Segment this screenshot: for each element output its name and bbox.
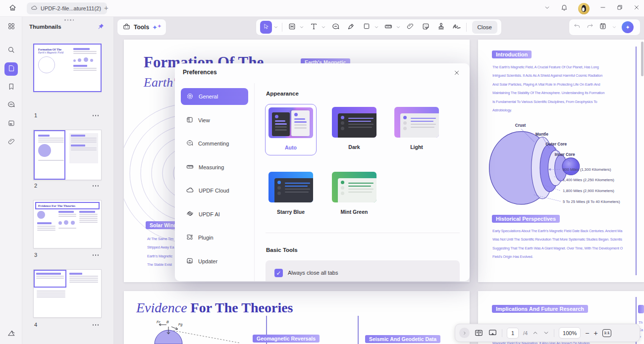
close-tools-button[interactable]: Close xyxy=(472,21,497,34)
attach-tool-button[interactable] xyxy=(404,21,416,34)
thumbnails-panel-button[interactable] xyxy=(4,62,18,76)
thumb1-subtitle: Earth's Magnetic Field xyxy=(38,51,70,54)
zoom-out-button[interactable]: − xyxy=(585,329,589,337)
thumb1-menu[interactable] xyxy=(93,115,99,116)
force-label-b: B xyxy=(166,320,169,324)
heading-tool-button[interactable] xyxy=(286,21,298,34)
search-button[interactable] xyxy=(4,44,18,57)
previous-page-button[interactable] xyxy=(532,330,538,336)
thumb3-page-number: 3 xyxy=(34,252,37,258)
measurement-crust: 5 To 25 Miles (8 To 40 Kilometers) xyxy=(563,199,620,204)
file-attachments-button[interactable] xyxy=(4,117,18,131)
magnetic-field-diagram xyxy=(124,94,178,257)
thumbnail-page-1[interactable]: Formation Of The Earth's Magnetic Field xyxy=(33,44,102,92)
app-grid-button[interactable] xyxy=(4,20,18,34)
measurement-outer-core: 1,400 Miles (2,250 Kilometers) xyxy=(563,178,614,182)
theme-option-dark[interactable]: Dark xyxy=(328,107,380,150)
home-button[interactable] xyxy=(6,2,19,14)
dialog-close-button[interactable] xyxy=(452,68,462,78)
page-thumbnails-icon xyxy=(7,64,15,74)
close-window-button[interactable] xyxy=(633,4,640,13)
measure-tool-chevron[interactable] xyxy=(396,23,401,32)
nav-item-plugin[interactable]: Plugin xyxy=(181,229,248,246)
search-icon xyxy=(7,46,15,56)
theme-label-auto: Auto xyxy=(266,145,316,150)
document-page-2[interactable]: Introduction The Earth's Magnetic Field,… xyxy=(478,40,644,282)
redo-button[interactable] xyxy=(586,22,594,32)
actual-size-button[interactable]: 1:1 xyxy=(602,329,612,337)
nav-item-commenting[interactable]: Commenting xyxy=(181,135,248,152)
theme-light-preview xyxy=(394,107,439,138)
comment-tool-button[interactable] xyxy=(329,21,341,34)
nav-item-measuring[interactable]: Measuring xyxy=(181,159,248,176)
thumb3-menu[interactable] xyxy=(93,254,99,256)
nav-item-updf-ai[interactable]: UPDF AI xyxy=(181,206,248,223)
theme-option-auto[interactable]: Auto xyxy=(265,104,317,155)
user-avatar[interactable] xyxy=(578,3,590,14)
page-flip-button[interactable] xyxy=(4,328,18,341)
theme-option-mint-green[interactable]: Mint Green xyxy=(328,172,380,215)
left-icon-rail xyxy=(0,17,22,344)
highlighter-tool-button[interactable] xyxy=(345,21,357,34)
solar-line: Stripped Away Ea xyxy=(147,243,174,251)
text-tool-button[interactable] xyxy=(308,21,320,34)
layout-view-icon xyxy=(186,116,194,125)
tools-tab[interactable]: Tools ✦✦ xyxy=(117,19,166,36)
thumbnail-page-2[interactable] xyxy=(33,130,102,180)
panel-drag-handle[interactable] xyxy=(64,19,74,21)
nav-item-general[interactable]: General xyxy=(181,88,248,105)
nav-label: View xyxy=(198,117,210,123)
thumb4-menu[interactable] xyxy=(93,324,99,326)
text-tool-chevron[interactable] xyxy=(321,23,326,32)
undo-button[interactable] xyxy=(573,22,581,32)
vertical-scrollbar[interactable] xyxy=(641,42,644,76)
minimize-button[interactable] xyxy=(599,4,606,13)
shape-tool-button[interactable] xyxy=(361,21,373,34)
zoom-in-button[interactable]: + xyxy=(593,329,597,337)
zoom-level-display[interactable]: 100% xyxy=(559,327,581,339)
save-options-chevron[interactable] xyxy=(612,23,617,32)
new-tab-button[interactable]: + xyxy=(104,4,108,11)
comments-button[interactable] xyxy=(4,99,18,112)
measure-tool-button[interactable] xyxy=(382,21,394,34)
updf-ai-button[interactable]: ✦ xyxy=(622,21,634,33)
nav-item-view[interactable]: View xyxy=(181,112,248,129)
thumbnail-page-3[interactable]: Evidence For The Theories xyxy=(33,200,102,248)
pin-icon[interactable] xyxy=(97,23,105,32)
signature-tool-button[interactable] xyxy=(450,21,462,34)
restore-window-button[interactable] xyxy=(616,4,623,13)
expand-toolbar-button[interactable] xyxy=(459,328,470,338)
comment-icon xyxy=(331,22,340,33)
theme-option-light[interactable]: Light xyxy=(391,107,442,150)
stamp-icon xyxy=(437,22,445,33)
stamp-tool-button[interactable] xyxy=(435,21,447,34)
theme-option-starry-blue[interactable]: Starry Blue xyxy=(265,172,317,215)
signature-icon xyxy=(452,21,462,33)
document-page-3[interactable]: Evidence For The Theories Fc B Fg Geomag… xyxy=(124,291,470,344)
bookmarks-button[interactable] xyxy=(4,81,18,94)
heading-tool-chevron[interactable] xyxy=(299,23,304,32)
thumb2-menu[interactable] xyxy=(93,185,99,187)
select-tool-button[interactable] xyxy=(260,21,272,34)
chevron-down-icon[interactable] xyxy=(544,4,550,13)
save-button[interactable] xyxy=(599,22,607,32)
attachments-button[interactable] xyxy=(4,136,18,149)
presentation-mode-button[interactable] xyxy=(488,328,497,338)
page-number-input[interactable] xyxy=(507,328,519,339)
notifications-bell-icon[interactable] xyxy=(560,3,568,13)
layer-label-crust: Crust xyxy=(515,123,526,128)
next-page-button[interactable] xyxy=(543,330,549,336)
sticker-tool-button[interactable] xyxy=(420,21,431,34)
theme-label-mint-green: Mint Green xyxy=(328,209,380,215)
nav-label: UPDF AI xyxy=(199,211,220,217)
always-close-tabs-checkbox[interactable]: ✓ xyxy=(274,269,283,277)
shape-tool-chevron[interactable] xyxy=(374,23,379,32)
nav-item-updf-cloud[interactable]: UPDF Cloud xyxy=(181,182,248,199)
two-page-view-button[interactable] xyxy=(474,328,483,338)
page3-title: Evidence For The Theories xyxy=(136,300,293,316)
document-tab[interactable]: UPDF-2-file...ature111(2) xyxy=(27,2,107,14)
thumbnail-page-4[interactable] xyxy=(33,269,102,318)
ai-sparkle-icon: ✦ xyxy=(625,24,630,31)
select-tool-chevron[interactable] xyxy=(273,23,278,32)
nav-item-updater[interactable]: Updater xyxy=(181,253,248,270)
